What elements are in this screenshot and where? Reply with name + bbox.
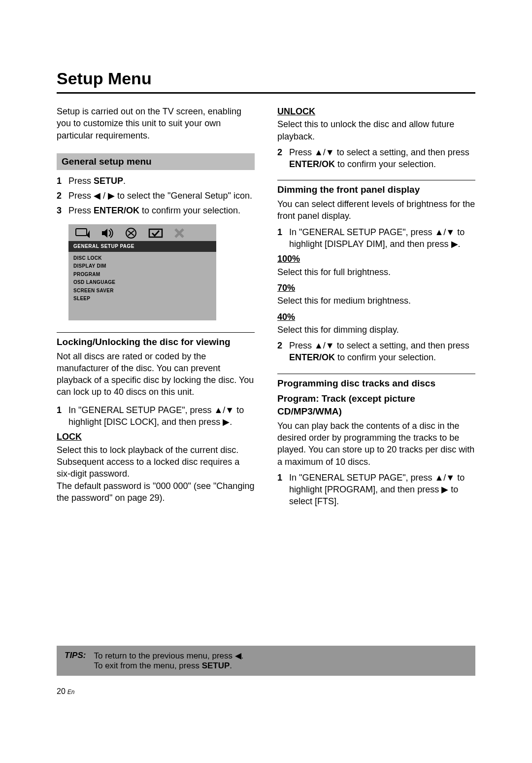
lock-label: LOCK — [57, 431, 255, 443]
osd-item: PROGRAM — [73, 271, 211, 278]
section-rule — [57, 332, 255, 333]
step-text: . — [123, 176, 126, 186]
osd-item: SCREEN SAVER — [73, 287, 211, 294]
dolby-icon — [125, 227, 137, 239]
pct70-desc: Select this for medium brightness. — [277, 295, 475, 307]
osd-screenshot: GENERAL SETUP PAGE DISC LOCK DISPLAY DIM… — [68, 224, 216, 320]
section-rule — [277, 180, 475, 180]
osd-page-label: GENERAL SETUP PAGE — [68, 241, 216, 252]
intro-text: Setup is carried out on the TV screen, e… — [57, 105, 255, 141]
general-setup-heading: General setup menu — [57, 153, 255, 170]
step-text: Press ▲/▼ to select a setting, and then … — [289, 147, 469, 157]
prog-heading: Programming disc tracks and discs — [277, 377, 475, 390]
step-1: 1 Press SETUP. — [57, 175, 255, 187]
speaker-icon — [101, 227, 114, 239]
lock-paragraph: Not all discs are rated or coded by the … — [57, 350, 255, 398]
step-text: Press — [68, 206, 94, 215]
step-text: Press ◀ / ▶ to select the "General Setup… — [68, 191, 252, 201]
pct70-label: 70% — [277, 282, 475, 294]
step-text: In "GENERAL SETUP PAGE", press ▲/▼ to hi… — [68, 405, 244, 427]
enter-ok-key: ENTER/OK — [289, 159, 335, 169]
lock-heading: Locking/Unlocking the disc for viewing — [57, 336, 255, 348]
step-text: In "GENERAL SETUP PAGE", press ▲/▼ to hi… — [289, 227, 465, 249]
pct40-label: 40% — [277, 311, 475, 323]
pct40-desc: Select this for dimming display. — [277, 324, 475, 336]
dim-paragraph: You can select different levels of brigh… — [277, 198, 475, 222]
tips-line-2: To exit from the menu, press SETUP. — [94, 661, 243, 671]
lock-step-1: 1 In "GENERAL SETUP PAGE", press ▲/▼ to … — [57, 404, 255, 428]
close-x-icon — [174, 228, 185, 239]
prog-step-1: 1 In "GENERAL SETUP PAGE", press ▲/▼ to … — [277, 472, 475, 508]
page-lang: En — [67, 689, 75, 695]
dim-step-1: 1 In "GENERAL SETUP PAGE", press ▲/▼ to … — [277, 226, 475, 250]
section-rule — [277, 374, 475, 374]
step-text: Press ▲/▼ to select a setting, and then … — [289, 341, 469, 350]
step-2: 2 Press ◀ / ▶ to select the "General Set… — [57, 190, 255, 202]
setup-key: SETUP — [94, 176, 123, 186]
step-text: In "GENERAL SETUP PAGE", press ▲/▼ to hi… — [289, 473, 465, 507]
setup-key: SETUP — [202, 661, 230, 670]
step-text: to confirm your selection. — [139, 206, 240, 215]
tips-text: . — [230, 661, 232, 670]
svg-rect-2 — [149, 229, 162, 237]
tips-line-1: To return to the previous menu, press ◀. — [94, 651, 243, 661]
step-text: to confirm your selection. — [335, 352, 436, 362]
unlock-label: UNLOCK — [277, 105, 475, 117]
page-number: 20 — [57, 687, 66, 695]
step-3: 3 Press ENTER/OK to confirm your selecti… — [57, 205, 255, 216]
osd-item: OSD LANGUAGE — [73, 279, 211, 286]
tips-label: TIPS: — [65, 651, 86, 671]
step-2-confirm: 2 Press ▲/▼ to select a setting, and the… — [277, 146, 475, 171]
prog-subheading: Program: Track (except picture CD/MP3/WM… — [277, 392, 475, 417]
title-rule — [57, 92, 475, 94]
lock-desc: Select this to lock playback of the curr… — [57, 444, 255, 480]
pct100-label: 100% — [277, 253, 475, 265]
enter-ok-key: ENTER/OK — [94, 206, 139, 215]
tips-text: To exit from the menu, press — [94, 661, 201, 670]
lock-desc-2: The default password is "000 000" (see "… — [57, 480, 255, 504]
step-text: to confirm your selection. — [335, 159, 436, 169]
prog-paragraph: You can play back the contents of a disc… — [277, 420, 475, 468]
page-footer: 20 En — [57, 687, 74, 696]
osd-item: SLEEP — [73, 295, 211, 302]
tips-bar: TIPS: To return to the previous menu, pr… — [57, 646, 475, 676]
enter-ok-key: ENTER/OK — [289, 352, 335, 362]
tv-icon — [75, 227, 90, 239]
right-column: UNLOCK Select this to unlock the disc an… — [277, 105, 475, 511]
dim-heading: Dimming the front panel display — [277, 183, 475, 196]
pct100-desc: Select this for full brightness. — [277, 266, 475, 278]
check-frame-icon — [148, 227, 163, 239]
unlock-desc: Select this to unlock the disc and allow… — [277, 118, 475, 142]
svg-rect-0 — [76, 229, 87, 236]
step-text: Press — [68, 176, 94, 186]
page-title: Setup Menu — [57, 69, 475, 88]
left-column: Setup is carried out on the TV screen, e… — [57, 105, 255, 511]
dim-step-2: 2 Press ▲/▼ to select a setting, and the… — [277, 340, 475, 364]
osd-item: DISPLAY DIM — [73, 263, 211, 270]
osd-item: DISC LOCK — [73, 255, 211, 262]
